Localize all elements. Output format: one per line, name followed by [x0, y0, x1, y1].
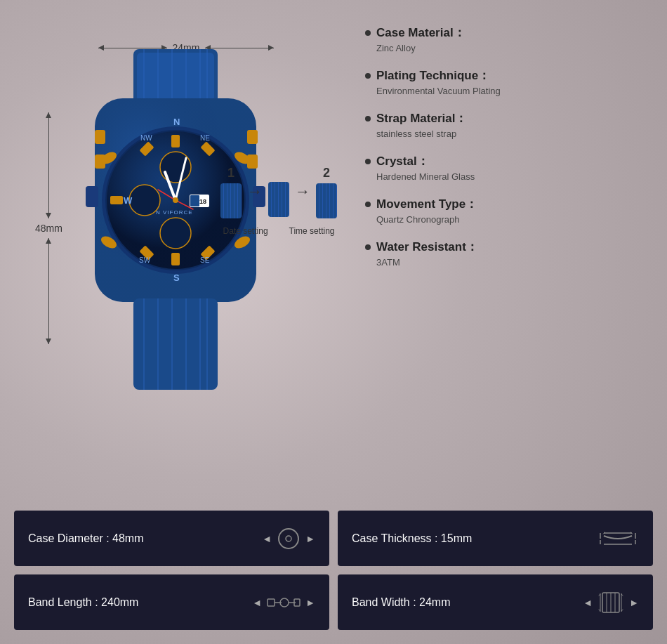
watch-area: 24mm 48mm: [14, 14, 337, 428]
band-length-svg: [266, 592, 301, 613]
time-setting-label: Time setting: [289, 226, 335, 236]
svg-marker-66: [602, 532, 605, 534]
svg-rect-12: [95, 130, 105, 144]
dimension-top-line: [98, 48, 167, 48]
bullet-3: [365, 116, 371, 121]
svg-rect-31: [190, 195, 199, 206]
crown-labels: Date setting Time setting: [223, 226, 335, 236]
spec-strap: Strap Material： stainless steel strap: [365, 110, 639, 139]
band-length-label: Band Length : 240mm: [28, 596, 138, 609]
svg-point-27: [160, 152, 191, 183]
crown-step-2b-icon: [316, 183, 337, 218]
spec-case-material-label: Case Material：: [365, 25, 639, 41]
svg-point-59: [286, 536, 291, 541]
crown-step-1-number: 1: [227, 166, 235, 180]
band-length-bar: Band Length : 240mm ◄ ►: [14, 574, 329, 630]
crown-steps: 1 → → 2: [220, 166, 337, 218]
spec-movement: Movement Type： Quartz Chronograph: [365, 196, 639, 225]
arrow-2: →: [295, 183, 310, 201]
svg-text:SW: SW: [139, 256, 151, 264]
band-width-arrow-right: ►: [629, 597, 639, 608]
bullet-4: [365, 159, 371, 164]
main-container: 24mm 48mm: [0, 0, 667, 644]
band-width-icon: ◄ ►: [583, 590, 639, 615]
crown-step-2a-icon: [268, 182, 289, 217]
svg-text:N VIFORCE: N VIFORCE: [156, 209, 193, 216]
spec-crystal-value: Hardened Mineral Glass: [365, 171, 639, 182]
case-diameter-icon: ◄ ►: [262, 526, 315, 551]
date-setting-label: Date setting: [223, 226, 268, 236]
spec-plating-label: Plating Technique：: [365, 67, 639, 84]
svg-rect-1: [137, 53, 214, 102]
crown-step-2-number: 2: [323, 166, 330, 180]
crown-diagram: 1 → → 2 Date setting Ti: [220, 166, 337, 236]
svg-point-58: [279, 529, 298, 548]
bottom-section: Case Diameter : 48mm ◄ ► Case Thickness …: [0, 511, 667, 644]
spec-case-material-value: Zinc Alloy: [365, 43, 639, 53]
svg-text:SE: SE: [200, 256, 210, 264]
svg-text:N: N: [173, 117, 180, 127]
spec-water: Water Resistant： 3ATM: [365, 239, 639, 268]
dimension-left-line2: [48, 238, 49, 344]
dimension-left-line: [48, 112, 49, 218]
bullet-5: [365, 202, 371, 207]
spec-crystal-label: Crystal：: [365, 153, 639, 169]
svg-text:S: S: [173, 272, 180, 283]
svg-rect-10: [86, 186, 98, 207]
bullet-1: [365, 30, 371, 36]
spec-strap-label: Strap Material：: [365, 110, 639, 126]
band-length-arrow-left: ◄: [252, 597, 262, 608]
svg-rect-47: [133, 298, 218, 390]
crown-step-2a: [268, 166, 289, 217]
svg-text:NE: NE: [200, 134, 210, 142]
case-diameter-bar: Case Diameter : 48mm ◄ ►: [14, 511, 329, 566]
case-diameter-svg: [276, 526, 301, 551]
svg-rect-68: [268, 599, 275, 606]
spec-movement-label: Movement Type：: [365, 196, 639, 212]
svg-point-38: [173, 197, 178, 203]
arrow-1: →: [247, 183, 263, 201]
svg-rect-21: [110, 196, 123, 204]
case-thickness-icon: [597, 526, 639, 551]
band-width-arrow-left: ◄: [583, 597, 593, 608]
band-width-svg: [597, 590, 625, 615]
case-thickness-bar: Case Thickness : 15mm: [338, 511, 653, 566]
case-diameter-label: Case Diameter : 48mm: [28, 532, 144, 545]
crown-step-2b: 2: [316, 166, 337, 218]
svg-point-28: [160, 218, 191, 249]
specs-area: Case Material： Zinc Alloy Plating Techni…: [337, 14, 646, 275]
case-thickness-label: Case Thickness : 15mm: [352, 532, 472, 545]
band-width-label: Band Width : 24mm: [352, 596, 451, 609]
svg-rect-19: [171, 135, 180, 147]
svg-marker-67: [630, 532, 633, 534]
spec-plating: Plating Technique： Environmental Vacuum …: [365, 67, 639, 96]
case-diameter-arrow-right: ►: [305, 533, 315, 544]
bullet-6: [365, 244, 371, 250]
svg-rect-14: [247, 130, 258, 144]
case-diameter-arrow-left: ◄: [262, 533, 272, 544]
crown-step-1-icon: [220, 183, 242, 218]
dimension-top-line2: [205, 48, 274, 48]
band-width-bar: Band Width : 24mm ◄ ►: [338, 574, 653, 630]
svg-text:18: 18: [199, 198, 206, 205]
spec-movement-value: Quartz Chronograph: [365, 214, 639, 225]
crown-step-1: 1: [220, 166, 242, 218]
bullet-2: [365, 73, 371, 79]
spec-water-label: Water Resistant：: [365, 239, 639, 255]
case-thickness-svg: [597, 526, 639, 551]
top-section: 24mm 48mm: [0, 0, 667, 511]
band-length-icon: ◄ ►: [252, 592, 315, 613]
spec-plating-value: Environmental Vacuum Plating: [365, 86, 639, 96]
spec-strap-value: stainless steel strap: [365, 129, 639, 139]
svg-text:NW: NW: [140, 134, 152, 142]
band-length-arrow-right: ►: [305, 597, 315, 608]
spec-crystal: Crystal： Hardened Mineral Glass: [365, 153, 639, 182]
svg-rect-20: [171, 253, 180, 265]
spec-case-material: Case Material： Zinc Alloy: [365, 25, 639, 53]
spec-water-value: 3ATM: [365, 257, 639, 268]
svg-text:W: W: [124, 195, 133, 206]
